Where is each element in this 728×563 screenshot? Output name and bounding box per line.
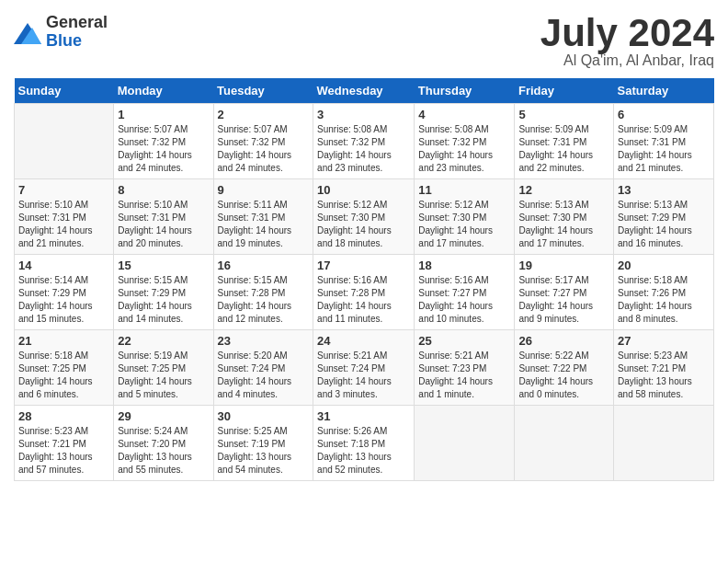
- day-info: Sunrise: 5:10 AM Sunset: 7:31 PM Dayligh…: [18, 199, 109, 250]
- calendar-cell: [415, 406, 515, 481]
- day-info: Sunrise: 5:09 AM Sunset: 7:31 PM Dayligh…: [518, 123, 609, 175]
- day-number: 24: [317, 334, 410, 348]
- day-info: Sunrise: 5:08 AM Sunset: 7:32 PM Dayligh…: [317, 123, 410, 175]
- day-info: Sunrise: 5:24 AM Sunset: 7:20 PM Dayligh…: [118, 425, 209, 477]
- calendar-cell: [15, 104, 114, 179]
- calendar-cell: 23Sunrise: 5:20 AM Sunset: 7:24 PM Dayli…: [213, 330, 313, 406]
- day-number: 30: [218, 409, 310, 423]
- calendar-cell: 15Sunrise: 5:15 AM Sunset: 7:29 PM Dayli…: [114, 255, 213, 330]
- day-info: Sunrise: 5:13 AM Sunset: 7:29 PM Dayligh…: [618, 199, 710, 250]
- day-info: Sunrise: 5:15 AM Sunset: 7:29 PM Dayligh…: [118, 274, 209, 326]
- calendar-week-2: 7Sunrise: 5:10 AM Sunset: 7:31 PM Daylig…: [15, 179, 714, 255]
- day-number: 1: [118, 108, 209, 121]
- day-info: Sunrise: 5:18 AM Sunset: 7:25 PM Dayligh…: [18, 350, 109, 401]
- calendar-cell: 21Sunrise: 5:18 AM Sunset: 7:25 PM Dayli…: [15, 330, 114, 406]
- logo-blue: Blue: [46, 32, 108, 51]
- day-info: Sunrise: 5:14 AM Sunset: 7:29 PM Dayligh…: [18, 274, 109, 326]
- calendar-cell: 4Sunrise: 5:08 AM Sunset: 7:32 PM Daylig…: [415, 104, 515, 179]
- day-number: 20: [618, 259, 710, 272]
- logo-general: General: [46, 14, 108, 32]
- day-number: 17: [317, 259, 410, 272]
- day-info: Sunrise: 5:12 AM Sunset: 7:30 PM Dayligh…: [418, 199, 510, 250]
- calendar-cell: 28Sunrise: 5:23 AM Sunset: 7:21 PM Dayli…: [15, 406, 114, 481]
- calendar-cell: 19Sunrise: 5:17 AM Sunset: 7:27 PM Dayli…: [515, 255, 614, 330]
- day-info: Sunrise: 5:15 AM Sunset: 7:28 PM Dayligh…: [218, 274, 310, 326]
- day-number: 13: [618, 183, 710, 197]
- day-info: Sunrise: 5:26 AM Sunset: 7:18 PM Dayligh…: [317, 425, 410, 477]
- calendar-body: 1Sunrise: 5:07 AM Sunset: 7:32 PM Daylig…: [15, 104, 714, 481]
- column-header-monday: Monday: [114, 78, 213, 104]
- day-info: Sunrise: 5:13 AM Sunset: 7:30 PM Dayligh…: [518, 199, 609, 250]
- day-info: Sunrise: 5:07 AM Sunset: 7:32 PM Dayligh…: [218, 123, 310, 175]
- calendar-cell: 12Sunrise: 5:13 AM Sunset: 7:30 PM Dayli…: [515, 179, 614, 255]
- day-number: 11: [418, 183, 510, 197]
- day-info: Sunrise: 5:08 AM Sunset: 7:32 PM Dayligh…: [418, 123, 510, 175]
- day-number: 3: [317, 108, 410, 121]
- calendar-cell: 25Sunrise: 5:21 AM Sunset: 7:23 PM Dayli…: [415, 330, 515, 406]
- logo-text: General Blue: [46, 14, 108, 51]
- day-number: 4: [418, 108, 510, 121]
- column-header-thursday: Thursday: [415, 78, 515, 104]
- calendar-cell: [515, 406, 614, 481]
- day-info: Sunrise: 5:22 AM Sunset: 7:22 PM Dayligh…: [518, 350, 609, 401]
- day-info: Sunrise: 5:18 AM Sunset: 7:26 PM Dayligh…: [618, 274, 710, 326]
- column-header-saturday: Saturday: [614, 78, 714, 104]
- day-info: Sunrise: 5:16 AM Sunset: 7:27 PM Dayligh…: [418, 274, 510, 326]
- day-info: Sunrise: 5:07 AM Sunset: 7:32 PM Dayligh…: [118, 123, 209, 175]
- column-header-wednesday: Wednesday: [313, 78, 415, 104]
- calendar-cell: 8Sunrise: 5:10 AM Sunset: 7:31 PM Daylig…: [114, 179, 213, 255]
- day-number: 8: [118, 183, 209, 197]
- day-number: 28: [18, 409, 109, 423]
- calendar-cell: 9Sunrise: 5:11 AM Sunset: 7:31 PM Daylig…: [213, 179, 313, 255]
- day-number: 16: [218, 259, 310, 272]
- day-info: Sunrise: 5:12 AM Sunset: 7:30 PM Dayligh…: [317, 199, 410, 250]
- calendar-cell: 18Sunrise: 5:16 AM Sunset: 7:27 PM Dayli…: [415, 255, 515, 330]
- calendar-cell: 5Sunrise: 5:09 AM Sunset: 7:31 PM Daylig…: [515, 104, 614, 179]
- calendar-week-4: 21Sunrise: 5:18 AM Sunset: 7:25 PM Dayli…: [15, 330, 714, 406]
- day-number: 12: [518, 183, 609, 197]
- calendar-cell: 7Sunrise: 5:10 AM Sunset: 7:31 PM Daylig…: [15, 179, 114, 255]
- calendar-cell: 24Sunrise: 5:21 AM Sunset: 7:24 PM Dayli…: [313, 330, 415, 406]
- logo: General Blue: [14, 14, 108, 51]
- day-info: Sunrise: 5:20 AM Sunset: 7:24 PM Dayligh…: [218, 350, 310, 401]
- column-header-sunday: Sunday: [15, 78, 114, 104]
- calendar-week-3: 14Sunrise: 5:14 AM Sunset: 7:29 PM Dayli…: [15, 255, 714, 330]
- calendar-header-row: SundayMondayTuesdayWednesdayThursdayFrid…: [15, 78, 714, 104]
- logo-icon: [14, 18, 41, 46]
- location-title: Al Qa'im, Al Anbar, Iraq: [540, 52, 714, 69]
- day-number: 31: [317, 409, 410, 423]
- day-number: 25: [418, 334, 510, 348]
- day-info: Sunrise: 5:21 AM Sunset: 7:23 PM Dayligh…: [418, 350, 510, 401]
- calendar-cell: 1Sunrise: 5:07 AM Sunset: 7:32 PM Daylig…: [114, 104, 213, 179]
- calendar-cell: 11Sunrise: 5:12 AM Sunset: 7:30 PM Dayli…: [415, 179, 515, 255]
- calendar-cell: 13Sunrise: 5:13 AM Sunset: 7:29 PM Dayli…: [614, 179, 714, 255]
- day-info: Sunrise: 5:10 AM Sunset: 7:31 PM Dayligh…: [118, 199, 209, 250]
- day-number: 18: [418, 259, 510, 272]
- calendar-cell: 22Sunrise: 5:19 AM Sunset: 7:25 PM Dayli…: [114, 330, 213, 406]
- calendar-cell: 14Sunrise: 5:14 AM Sunset: 7:29 PM Dayli…: [15, 255, 114, 330]
- calendar-cell: 10Sunrise: 5:12 AM Sunset: 7:30 PM Dayli…: [313, 179, 415, 255]
- page-header: General Blue July 2024 Al Qa'im, Al Anba…: [14, 14, 714, 69]
- day-info: Sunrise: 5:25 AM Sunset: 7:19 PM Dayligh…: [218, 425, 310, 477]
- day-number: 7: [18, 183, 109, 197]
- day-number: 23: [218, 334, 310, 348]
- day-info: Sunrise: 5:23 AM Sunset: 7:21 PM Dayligh…: [618, 350, 710, 401]
- calendar-week-5: 28Sunrise: 5:23 AM Sunset: 7:21 PM Dayli…: [15, 406, 714, 481]
- day-number: 26: [518, 334, 609, 348]
- calendar-cell: 26Sunrise: 5:22 AM Sunset: 7:22 PM Dayli…: [515, 330, 614, 406]
- calendar-cell: 16Sunrise: 5:15 AM Sunset: 7:28 PM Dayli…: [213, 255, 313, 330]
- column-header-friday: Friday: [515, 78, 614, 104]
- day-info: Sunrise: 5:21 AM Sunset: 7:24 PM Dayligh…: [317, 350, 410, 401]
- day-number: 5: [518, 108, 609, 121]
- calendar-cell: 29Sunrise: 5:24 AM Sunset: 7:20 PM Dayli…: [114, 406, 213, 481]
- calendar-cell: 6Sunrise: 5:09 AM Sunset: 7:31 PM Daylig…: [614, 104, 714, 179]
- day-info: Sunrise: 5:11 AM Sunset: 7:31 PM Dayligh…: [218, 199, 310, 250]
- day-number: 29: [118, 409, 209, 423]
- calendar-cell: 17Sunrise: 5:16 AM Sunset: 7:28 PM Dayli…: [313, 255, 415, 330]
- calendar-cell: 30Sunrise: 5:25 AM Sunset: 7:19 PM Dayli…: [213, 406, 313, 481]
- title-section: July 2024 Al Qa'im, Al Anbar, Iraq: [540, 14, 714, 69]
- day-info: Sunrise: 5:17 AM Sunset: 7:27 PM Dayligh…: [518, 274, 609, 326]
- calendar-table: SundayMondayTuesdayWednesdayThursdayFrid…: [14, 78, 714, 481]
- day-number: 9: [218, 183, 310, 197]
- calendar-cell: 3Sunrise: 5:08 AM Sunset: 7:32 PM Daylig…: [313, 104, 415, 179]
